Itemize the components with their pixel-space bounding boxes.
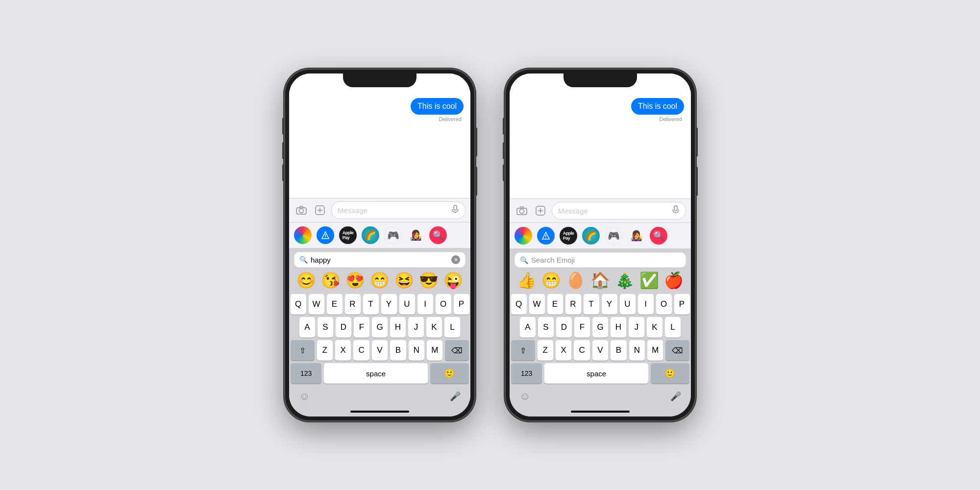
key-V-right[interactable]: V [592, 340, 608, 361]
emoji-1-left[interactable]: 😊 [296, 272, 316, 288]
key-Q-left[interactable]: Q [291, 294, 306, 315]
key-V-left[interactable]: V [372, 340, 388, 361]
key-D-left[interactable]: D [336, 317, 351, 338]
tray-memoji2-right[interactable]: 🎮 [605, 227, 622, 245]
key-F-left[interactable]: F [354, 317, 369, 338]
key-J-left[interactable]: J [408, 317, 424, 338]
key-B-right[interactable]: B [611, 340, 626, 361]
key-M-left[interactable]: M [427, 340, 442, 361]
mic-bottom-icon-left[interactable]: 🎤 [450, 391, 461, 402]
key-Z-right[interactable]: Z [538, 340, 553, 361]
message-input-field-right[interactable]: Message [552, 202, 686, 220]
emoji-2-left[interactable]: 😘 [321, 272, 341, 288]
tray-globe-left[interactable]: 🔍 [429, 226, 447, 244]
emoji-7-left[interactable]: 😜 [443, 272, 463, 288]
tray-appstore-left[interactable] [317, 226, 334, 244]
key-E-right[interactable]: E [547, 294, 563, 315]
key-X-right[interactable]: X [556, 340, 571, 361]
emoji-search-bar-right[interactable]: 🔍 Search Emoji [514, 252, 686, 268]
tray-memoji3-right[interactable]: 👩‍🎤 [627, 227, 645, 245]
key-A-left[interactable]: A [299, 317, 315, 338]
key-M-right[interactable]: M [647, 340, 663, 361]
key-C-right[interactable]: C [574, 340, 589, 361]
key-delete-right[interactable]: ⌫ [665, 340, 689, 361]
emoji-6-left[interactable]: 😎 [419, 272, 439, 288]
key-N-left[interactable]: N [409, 340, 424, 361]
key-K-left[interactable]: K [426, 317, 442, 338]
key-delete-left[interactable]: ⌫ [445, 340, 469, 361]
key-N-right[interactable]: N [629, 340, 645, 361]
key-L-left[interactable]: L [444, 317, 460, 338]
key-S-right[interactable]: S [538, 317, 554, 338]
key-shift-right[interactable]: ⇧ [511, 340, 535, 361]
key-Y-left[interactable]: Y [381, 294, 397, 315]
key-G-right[interactable]: G [592, 317, 608, 338]
key-space-left[interactable]: space [324, 363, 427, 384]
search-clear-left[interactable]: ✕ [451, 255, 460, 264]
key-S-left[interactable]: S [318, 317, 333, 338]
key-123-right[interactable]: 123 [511, 363, 542, 384]
tray-memoji3-left[interactable]: 👩‍🎤 [407, 226, 424, 244]
tray-photos-right[interactable] [514, 227, 532, 245]
emoji-5-left[interactable]: 😆 [394, 272, 414, 288]
key-Q-right[interactable]: Q [511, 294, 527, 315]
camera-icon-right[interactable] [514, 203, 529, 218]
tray-memoji2-left[interactable]: 🎮 [384, 226, 402, 244]
key-F-right[interactable]: F [574, 317, 590, 338]
key-B-left[interactable]: B [390, 340, 406, 361]
key-A-right[interactable]: A [520, 317, 536, 338]
key-shift-left[interactable]: ⇧ [291, 340, 315, 361]
key-R-right[interactable]: R [565, 294, 581, 315]
emoji-bottom-icon-left[interactable]: ☺ [299, 390, 310, 403]
key-C-left[interactable]: C [353, 340, 369, 361]
tray-photos-left[interactable] [294, 226, 312, 244]
key-W-right[interactable]: W [529, 294, 545, 315]
key-G-left[interactable]: G [372, 317, 388, 338]
mic-bottom-icon-right[interactable]: 🎤 [670, 391, 681, 402]
key-Z-left[interactable]: Z [317, 340, 333, 361]
appstore-icon-right[interactable] [533, 203, 548, 218]
emoji-6-right[interactable]: ✅ [639, 272, 659, 288]
emoji-5-right[interactable]: 🎄 [615, 272, 635, 288]
key-Y-right[interactable]: Y [602, 294, 617, 315]
key-emoji-right[interactable]: 🙂 [651, 363, 689, 384]
key-R-left[interactable]: R [345, 294, 361, 315]
key-T-left[interactable]: T [363, 294, 379, 315]
emoji-1-right[interactable]: 👍 [517, 272, 537, 288]
key-P-right[interactable]: P [674, 294, 690, 315]
key-J-right[interactable]: J [629, 317, 644, 338]
key-E-left[interactable]: E [327, 294, 343, 315]
camera-icon-left[interactable] [294, 203, 309, 218]
key-emoji-left[interactable]: 🙂 [430, 363, 469, 384]
emoji-4-left[interactable]: 😁 [370, 272, 390, 288]
key-W-left[interactable]: W [309, 294, 324, 315]
tray-applepay-right[interactable]: ApplePay [560, 227, 577, 245]
tray-memoji1-left[interactable]: 🌈 [362, 226, 379, 244]
key-H-right[interactable]: H [611, 317, 626, 338]
tray-globe-right[interactable]: 🔍 [650, 227, 667, 245]
key-I-left[interactable]: I [417, 294, 433, 315]
emoji-4-right[interactable]: 🏠 [590, 272, 610, 288]
tray-applepay-left[interactable]: ApplePay [339, 226, 357, 244]
emoji-bottom-icon-right[interactable]: ☺ [519, 390, 530, 403]
tray-memoji1-right[interactable]: 🌈 [582, 227, 600, 245]
emoji-3-right[interactable]: 🥚 [566, 272, 586, 288]
key-H-left[interactable]: H [390, 317, 406, 338]
key-I-right[interactable]: I [638, 294, 654, 315]
emoji-search-bar-left[interactable]: 🔍 happy ✕ [294, 252, 466, 268]
emoji-3-left[interactable]: 😍 [345, 272, 365, 288]
message-input-field-left[interactable]: Message [331, 201, 466, 219]
key-O-right[interactable]: O [656, 294, 672, 315]
key-space-right[interactable]: space [544, 363, 648, 384]
key-O-left[interactable]: O [436, 294, 451, 315]
tray-appstore-right[interactable] [537, 227, 555, 245]
key-T-right[interactable]: T [584, 294, 599, 315]
key-123-left[interactable]: 123 [291, 363, 321, 384]
emoji-7-right[interactable]: 🍎 [664, 272, 684, 288]
key-U-left[interactable]: U [399, 294, 415, 315]
key-L-right[interactable]: L [665, 317, 681, 338]
key-D-right[interactable]: D [556, 317, 572, 338]
emoji-2-right[interactable]: 😁 [541, 272, 561, 288]
key-X-left[interactable]: X [335, 340, 351, 361]
appstore-icon-left[interactable] [313, 203, 327, 218]
